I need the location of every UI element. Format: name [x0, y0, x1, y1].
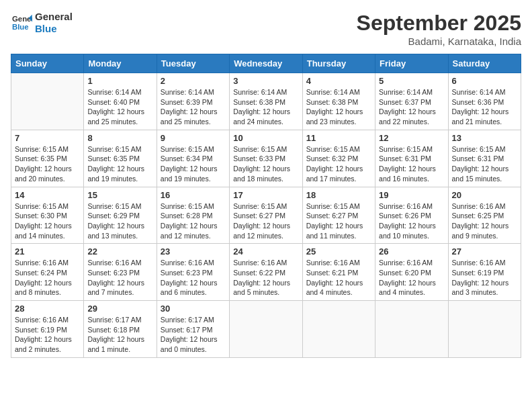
svg-text:General: General — [12, 15, 32, 23]
day-number: 5 — [379, 76, 444, 86]
calendar-cell — [448, 301, 521, 358]
calendar-cell: 17Sunrise: 6:15 AM Sunset: 6:27 PM Dayli… — [230, 187, 302, 244]
day-number: 21 — [15, 246, 80, 257]
weekday-header-cell: Friday — [375, 54, 448, 73]
day-number: 9 — [161, 133, 226, 143]
day-number: 11 — [306, 133, 371, 143]
logo-line1: General — [35, 11, 73, 23]
calendar-week-row: 14Sunrise: 6:15 AM Sunset: 6:30 PM Dayli… — [11, 187, 521, 244]
day-number: 4 — [306, 76, 371, 86]
day-number: 14 — [15, 190, 80, 200]
calendar-cell: 30Sunrise: 6:17 AM Sunset: 6:17 PM Dayli… — [157, 301, 229, 358]
calendar-cell: 9Sunrise: 6:15 AM Sunset: 6:34 PM Daylig… — [157, 130, 229, 187]
calendar-week-row: 7Sunrise: 6:15 AM Sunset: 6:35 PM Daylig… — [11, 130, 521, 187]
calendar-cell — [230, 301, 302, 358]
day-number: 16 — [161, 190, 226, 200]
location-subtitle: Badami, Karnataka, India — [357, 36, 521, 47]
day-info: Sunrise: 6:14 AM Sunset: 6:37 PM Dayligh… — [379, 87, 444, 127]
day-number: 26 — [379, 246, 444, 257]
calendar-cell — [302, 301, 375, 358]
logo-line2: Blue — [35, 23, 73, 35]
day-info: Sunrise: 6:16 AM Sunset: 6:21 PM Dayligh… — [306, 258, 371, 298]
day-number: 7 — [15, 133, 80, 143]
day-number: 27 — [452, 246, 517, 257]
calendar-week-row: 28Sunrise: 6:16 AM Sunset: 6:19 PM Dayli… — [11, 301, 521, 358]
day-number: 30 — [161, 304, 226, 314]
month-title: September 2025 — [357, 11, 521, 36]
calendar-cell: 3Sunrise: 6:14 AM Sunset: 6:38 PM Daylig… — [230, 73, 302, 130]
day-info: Sunrise: 6:15 AM Sunset: 6:27 PM Dayligh… — [306, 201, 371, 241]
day-number: 2 — [161, 76, 226, 86]
calendar-cell: 8Sunrise: 6:15 AM Sunset: 6:35 PM Daylig… — [84, 130, 157, 187]
calendar-cell: 11Sunrise: 6:15 AM Sunset: 6:32 PM Dayli… — [302, 130, 375, 187]
day-info: Sunrise: 6:16 AM Sunset: 6:20 PM Dayligh… — [379, 258, 444, 298]
svg-text:Blue: Blue — [12, 23, 29, 31]
calendar-cell: 6Sunrise: 6:14 AM Sunset: 6:36 PM Daylig… — [448, 73, 521, 130]
calendar-cell: 18Sunrise: 6:15 AM Sunset: 6:27 PM Dayli… — [302, 187, 375, 244]
calendar-cell: 15Sunrise: 6:15 AM Sunset: 6:29 PM Dayli… — [84, 187, 157, 244]
calendar-cell: 10Sunrise: 6:15 AM Sunset: 6:33 PM Dayli… — [230, 130, 302, 187]
day-info: Sunrise: 6:16 AM Sunset: 6:19 PM Dayligh… — [452, 258, 517, 298]
day-info: Sunrise: 6:14 AM Sunset: 6:36 PM Dayligh… — [452, 87, 517, 127]
day-number: 18 — [306, 190, 371, 200]
calendar-cell: 25Sunrise: 6:16 AM Sunset: 6:21 PM Dayli… — [302, 244, 375, 301]
day-info: Sunrise: 6:16 AM Sunset: 6:24 PM Dayligh… — [15, 258, 80, 298]
calendar-cell: 19Sunrise: 6:16 AM Sunset: 6:26 PM Dayli… — [375, 187, 448, 244]
calendar-cell: 12Sunrise: 6:15 AM Sunset: 6:31 PM Dayli… — [375, 130, 448, 187]
day-number: 6 — [452, 76, 517, 86]
calendar-table: SundayMondayTuesdayWednesdayThursdayFrid… — [11, 54, 521, 358]
weekday-header-cell: Saturday — [448, 54, 521, 73]
day-number: 10 — [233, 133, 298, 143]
day-info: Sunrise: 6:15 AM Sunset: 6:34 PM Dayligh… — [161, 144, 226, 184]
calendar-cell: 13Sunrise: 6:15 AM Sunset: 6:31 PM Dayli… — [448, 130, 521, 187]
day-number: 24 — [233, 246, 298, 257]
calendar-cell: 21Sunrise: 6:16 AM Sunset: 6:24 PM Dayli… — [11, 244, 84, 301]
calendar-cell: 23Sunrise: 6:16 AM Sunset: 6:23 PM Dayli… — [157, 244, 229, 301]
page-header: General Blue General Blue September 2025… — [11, 11, 521, 47]
logo-icon: General Blue — [11, 13, 32, 32]
calendar-cell: 16Sunrise: 6:15 AM Sunset: 6:28 PM Dayli… — [157, 187, 229, 244]
day-number: 29 — [87, 304, 152, 314]
day-number: 12 — [379, 133, 444, 143]
day-info: Sunrise: 6:15 AM Sunset: 6:33 PM Dayligh… — [233, 144, 298, 184]
day-info: Sunrise: 6:15 AM Sunset: 6:30 PM Dayligh… — [15, 201, 80, 241]
day-info: Sunrise: 6:15 AM Sunset: 6:31 PM Dayligh… — [379, 144, 444, 184]
day-number: 19 — [379, 190, 444, 200]
day-info: Sunrise: 6:15 AM Sunset: 6:35 PM Dayligh… — [15, 144, 80, 184]
day-number: 13 — [452, 133, 517, 143]
calendar-cell: 7Sunrise: 6:15 AM Sunset: 6:35 PM Daylig… — [11, 130, 84, 187]
weekday-header-cell: Monday — [84, 54, 157, 73]
weekday-header-cell: Thursday — [302, 54, 375, 73]
day-info: Sunrise: 6:15 AM Sunset: 6:28 PM Dayligh… — [161, 201, 226, 241]
day-info: Sunrise: 6:15 AM Sunset: 6:32 PM Dayligh… — [306, 144, 371, 184]
calendar-cell: 24Sunrise: 6:16 AM Sunset: 6:22 PM Dayli… — [230, 244, 302, 301]
day-info: Sunrise: 6:14 AM Sunset: 6:38 PM Dayligh… — [306, 87, 371, 127]
day-number: 17 — [233, 190, 298, 200]
calendar-cell: 26Sunrise: 6:16 AM Sunset: 6:20 PM Dayli… — [375, 244, 448, 301]
day-info: Sunrise: 6:15 AM Sunset: 6:27 PM Dayligh… — [233, 201, 298, 241]
day-number: 15 — [87, 190, 152, 200]
calendar-week-row: 21Sunrise: 6:16 AM Sunset: 6:24 PM Dayli… — [11, 244, 521, 301]
day-number: 25 — [306, 246, 371, 257]
day-number: 20 — [452, 190, 517, 200]
title-block: September 2025 Badami, Karnataka, India — [357, 11, 521, 47]
day-info: Sunrise: 6:14 AM Sunset: 6:40 PM Dayligh… — [87, 87, 152, 127]
calendar-cell — [375, 301, 448, 358]
calendar-cell: 14Sunrise: 6:15 AM Sunset: 6:30 PM Dayli… — [11, 187, 84, 244]
day-info: Sunrise: 6:16 AM Sunset: 6:25 PM Dayligh… — [452, 201, 517, 241]
day-info: Sunrise: 6:16 AM Sunset: 6:26 PM Dayligh… — [379, 201, 444, 241]
day-number: 3 — [233, 76, 298, 86]
calendar-cell: 1Sunrise: 6:14 AM Sunset: 6:40 PM Daylig… — [84, 73, 157, 130]
calendar-cell — [11, 73, 84, 130]
day-number: 8 — [87, 133, 152, 143]
day-info: Sunrise: 6:16 AM Sunset: 6:22 PM Dayligh… — [233, 258, 298, 298]
day-info: Sunrise: 6:14 AM Sunset: 6:39 PM Dayligh… — [161, 87, 226, 127]
day-info: Sunrise: 6:17 AM Sunset: 6:17 PM Dayligh… — [161, 315, 226, 355]
weekday-header-cell: Wednesday — [230, 54, 302, 73]
calendar-body: 1Sunrise: 6:14 AM Sunset: 6:40 PM Daylig… — [11, 73, 521, 358]
day-number: 23 — [161, 246, 226, 257]
day-info: Sunrise: 6:16 AM Sunset: 6:19 PM Dayligh… — [15, 315, 80, 355]
weekday-header-row: SundayMondayTuesdayWednesdayThursdayFrid… — [11, 54, 521, 73]
day-info: Sunrise: 6:15 AM Sunset: 6:35 PM Dayligh… — [87, 144, 152, 184]
calendar-cell: 20Sunrise: 6:16 AM Sunset: 6:25 PM Dayli… — [448, 187, 521, 244]
